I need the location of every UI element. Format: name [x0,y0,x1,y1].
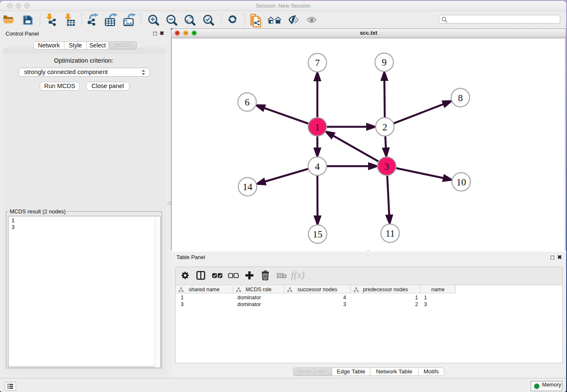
svg-text:9: 9 [382,57,387,68]
svg-text:4: 4 [315,161,320,172]
svg-text:11: 11 [385,228,395,239]
svg-text:10: 10 [457,177,466,188]
svg-text:8: 8 [458,93,463,103]
svg-text:2: 2 [383,122,388,133]
svg-text:7: 7 [315,58,320,68]
svg-text:6: 6 [245,97,250,108]
svg-text:1: 1 [315,122,320,133]
svg-text:14: 14 [243,182,253,192]
svg-text:15: 15 [313,229,322,240]
svg-text:3: 3 [384,161,389,172]
